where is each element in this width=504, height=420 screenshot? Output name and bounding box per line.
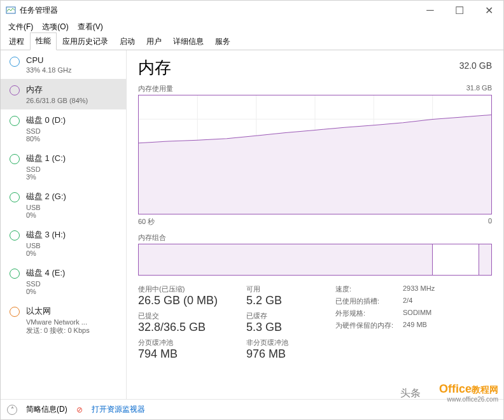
stat-label: 分页缓冲池: [138, 338, 246, 347]
tab-app-history[interactable]: 应用历史记录: [57, 33, 114, 50]
indicator-icon: [10, 192, 20, 202]
chevron-up-icon[interactable]: ˄: [7, 405, 17, 415]
usage-max: 31.8 GB: [466, 84, 492, 94]
sidebar-item-name: 磁盘 2 (G:): [26, 191, 66, 202]
sidebar-item-name: 内存: [26, 84, 88, 95]
stat-block: 分页缓冲池794 MB: [138, 338, 246, 361]
stat-label: 已缓存: [246, 311, 323, 321]
sidebar-item-sub: USB: [26, 204, 66, 211]
tab-services[interactable]: 服务: [209, 33, 236, 50]
sidebar-item-sub2: 80%: [26, 135, 66, 143]
tab-details[interactable]: 详细信息: [167, 33, 209, 50]
sidebar-item-sub: VMware Network ...: [26, 318, 90, 326]
stat-label: 已提交: [138, 311, 246, 321]
sidebar-item-name: CPU: [26, 55, 72, 65]
watermark: Office教程网 www.office26.com: [439, 382, 498, 403]
watermark-tt: 头条: [400, 387, 421, 400]
indicator-icon: [10, 230, 20, 241]
tab-processes[interactable]: 进程: [3, 33, 30, 50]
sidebar-item-5[interactable]: 磁盘 3 (H:) USB 0%: [1, 224, 126, 262]
menu-file[interactable]: 文件(F): [4, 20, 37, 34]
sidebar-item-1[interactable]: 内存 26.6/31.8 GB (84%): [1, 79, 126, 109]
sidebar-item-name: 磁盘 3 (H:): [26, 229, 66, 241]
stat-value: 5.2 GB: [246, 294, 323, 307]
window-controls: ─ ☐ ✕: [416, 1, 503, 20]
menu-view[interactable]: 查看(V): [74, 20, 107, 34]
sidebar-item-7[interactable]: 以太网 VMware Network ... 发送: 0 接收: 0 Kbps: [1, 300, 126, 340]
indicator-icon: [10, 116, 20, 126]
sidebar-item-sub2: 0%: [26, 249, 66, 257]
stat-block: 使用中(已压缩)26.5 GB (0 MB): [138, 284, 246, 307]
kv-key: 外形规格:: [335, 309, 399, 318]
indicator-icon: [10, 307, 20, 317]
sidebar-item-sub2: 0%: [26, 288, 65, 295]
kv-key: 已使用的插槽:: [335, 297, 399, 306]
sidebar-item-6[interactable]: 磁盘 4 (E:) SSD 0%: [1, 262, 126, 300]
simple-view-link[interactable]: 简略信息(D): [26, 404, 67, 415]
kv-value: 249 MB: [403, 321, 427, 330]
stat-block: 已提交32.8/36.5 GB: [138, 311, 246, 334]
kv-row: 速度:2933 MHz: [335, 284, 435, 294]
menu-options[interactable]: 选项(O): [38, 20, 72, 34]
main-panel: 内存 32.0 GB 内存使用量 31.8 GB 60 秒 0 内存组合 使用中…: [127, 50, 503, 399]
memory-usage-chart[interactable]: [138, 95, 492, 214]
kv-value: 2/4: [403, 297, 412, 306]
page-title: 内存: [138, 57, 171, 79]
sidebar-item-name: 磁盘 0 (D:): [26, 115, 66, 126]
memory-composition-chart[interactable]: [138, 244, 492, 276]
sidebar-item-0[interactable]: CPU 33% 4.18 GHz: [1, 50, 126, 79]
kv-value: SODIMM: [403, 309, 431, 318]
sidebar-item-name: 磁盘 1 (C:): [26, 153, 66, 164]
kv-row: 外形规格:SODIMM: [335, 309, 435, 318]
sidebar-item-name: 以太网: [26, 305, 90, 317]
sidebar-item-sub: USB: [26, 242, 66, 249]
tab-startup[interactable]: 启动: [114, 33, 141, 50]
sidebar-item-3[interactable]: 磁盘 1 (C:) SSD 3%: [1, 148, 126, 186]
sidebar-item-sub: SSD: [26, 165, 66, 173]
stats-grid: 使用中(已压缩)26.5 GB (0 MB)已提交32.8/36.5 GB分页缓…: [138, 284, 492, 361]
menu-bar: 文件(F) 选项(O) 查看(V): [1, 20, 503, 34]
sidebar-item-sub: SSD: [26, 280, 65, 288]
stat-value: 976 MB: [246, 347, 323, 361]
sidebar-item-4[interactable]: 磁盘 2 (G:) USB 0%: [1, 186, 126, 224]
content-area: CPU 33% 4.18 GHz 内存 26.6/31.8 GB (84%) 磁…: [1, 50, 503, 399]
sidebar-item-name: 磁盘 4 (E:): [26, 267, 65, 279]
indicator-icon: [10, 269, 20, 279]
stat-value: 26.5 GB (0 MB): [138, 294, 246, 307]
sidebar-item-sub2: 发送: 0 接收: 0 Kbps: [26, 326, 90, 335]
minimize-button[interactable]: ─: [416, 1, 445, 20]
kv-row: 为硬件保留的内存:249 MB: [335, 321, 435, 330]
stat-value: 794 MB: [138, 347, 246, 361]
tab-users[interactable]: 用户: [141, 33, 167, 50]
stat-block: 非分页缓冲池976 MB: [246, 338, 323, 361]
indicator-icon: [10, 57, 20, 67]
kv-key: 速度:: [335, 284, 399, 294]
tab-performance[interactable]: 性能: [30, 32, 57, 50]
tab-bar: 进程 性能 应用历史记录 启动 用户 详细信息 服务: [1, 34, 503, 50]
stat-value: 5.3 GB: [246, 321, 323, 334]
sidebar-item-2[interactable]: 磁盘 0 (D:) SSD 80%: [1, 109, 126, 148]
stat-label: 使用中(已压缩): [138, 284, 246, 294]
main-header: 内存 32.0 GB: [138, 57, 492, 79]
resource-monitor-icon: ⊘: [76, 405, 83, 414]
window-title: 任务管理器: [20, 5, 416, 16]
close-button[interactable]: ✕: [474, 1, 503, 20]
stat-block: 已缓存5.3 GB: [246, 311, 323, 334]
x-axis-left: 60 秒: [138, 217, 155, 227]
app-icon: [6, 5, 16, 15]
sidebar-item-sub: SSD: [26, 127, 66, 135]
stat-label: 非分页缓冲池: [246, 338, 323, 347]
maximize-button[interactable]: ☐: [445, 1, 474, 20]
capacity-label: 32.0 GB: [459, 60, 492, 71]
sidebar-item-sub2: 0%: [26, 211, 66, 219]
kv-key: 为硬件保留的内存:: [335, 321, 399, 330]
x-axis-right: 0: [488, 217, 492, 227]
usage-label: 内存使用量: [138, 84, 173, 94]
stat-value: 32.8/36.5 GB: [138, 321, 246, 334]
chart-sub-row: 内存使用量 31.8 GB: [138, 84, 492, 94]
sidebar-item-sub: 26.6/31.8 GB (84%): [26, 97, 88, 104]
indicator-icon: [10, 154, 20, 164]
resource-monitor-link[interactable]: 打开资源监视器: [92, 404, 145, 415]
sidebar-item-sub2: 3%: [26, 173, 66, 181]
kv-value: 2933 MHz: [403, 284, 435, 294]
